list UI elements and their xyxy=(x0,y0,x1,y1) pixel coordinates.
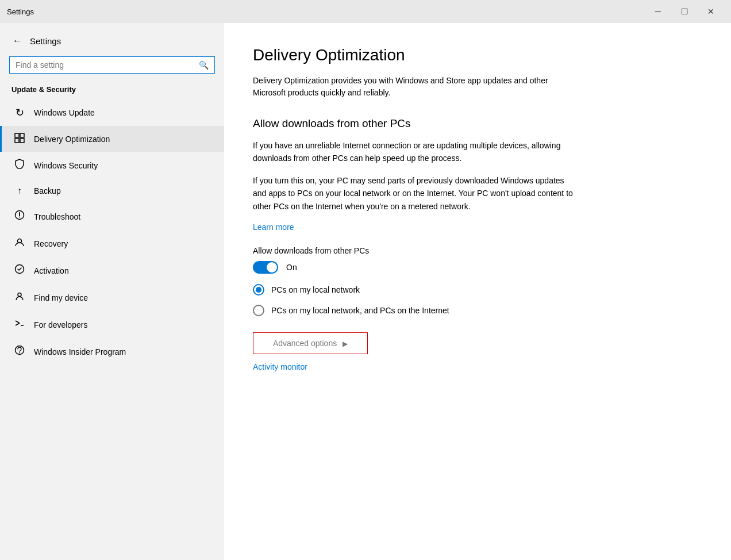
page-title: Delivery Optimization xyxy=(253,46,702,64)
close-button[interactable]: ✕ xyxy=(698,0,724,23)
sidebar-item-label: Backup xyxy=(34,186,61,195)
sidebar-item-windows-security[interactable]: Windows Security xyxy=(0,152,224,179)
activity-monitor-link[interactable]: Activity monitor xyxy=(253,362,702,371)
allow-downloads-toggle[interactable] xyxy=(253,261,278,274)
titlebar-title: Settings xyxy=(7,7,34,16)
maximize-button[interactable]: ☐ xyxy=(671,0,698,23)
sidebar-item-label: Delivery Optimization xyxy=(34,135,110,144)
windows-insider-icon xyxy=(13,345,26,358)
svg-point-6 xyxy=(19,217,20,218)
activation-icon xyxy=(13,264,26,277)
find-my-device-icon xyxy=(13,291,26,304)
toggle-knob xyxy=(267,262,277,273)
svg-line-11 xyxy=(16,323,20,325)
sidebar-item-label: Windows Security xyxy=(34,161,98,170)
radio-label-internet: PCs on my local network, and PCs on the … xyxy=(271,306,449,315)
backup-icon: ↑ xyxy=(13,186,26,196)
sidebar-item-label: Find my device xyxy=(34,293,88,302)
sidebar-app-title: Settings xyxy=(30,36,61,46)
troubleshoot-icon xyxy=(13,210,26,223)
sidebar-item-windows-update[interactable]: ↻ Windows Update xyxy=(0,99,224,126)
paragraph2: If you turn this on, your PC may send pa… xyxy=(253,174,575,213)
learn-more-link[interactable]: Learn more xyxy=(253,223,294,232)
sidebar-top: ← Settings xyxy=(0,23,224,56)
toggle-label: On xyxy=(286,263,297,272)
svg-point-9 xyxy=(18,293,21,297)
app-body: ← Settings 🔍 Update & Security ↻ Windows… xyxy=(0,23,731,560)
allow-downloads-label: Allow downloads from other PCs xyxy=(253,246,702,255)
radio-circle-internet xyxy=(253,305,264,316)
back-button[interactable]: ← xyxy=(10,33,24,48)
svg-line-10 xyxy=(16,321,20,323)
sidebar-item-delivery-optimization[interactable]: Delivery Optimization xyxy=(0,126,224,152)
sidebar-item-label: Activation xyxy=(34,266,69,275)
section-title: Allow downloads from other PCs xyxy=(253,117,702,130)
advanced-options-label: Advanced options xyxy=(273,339,337,348)
svg-rect-3 xyxy=(20,139,24,143)
cursor-icon: ▶ xyxy=(343,340,348,348)
radio-local-network[interactable]: PCs on my local network xyxy=(253,284,702,296)
sidebar-item-label: For developers xyxy=(34,320,87,329)
svg-rect-0 xyxy=(15,133,19,137)
toggle-row: On xyxy=(253,261,702,274)
minimize-button[interactable]: ─ xyxy=(645,0,671,23)
svg-point-14 xyxy=(19,352,20,354)
sidebar-item-find-my-device[interactable]: Find my device xyxy=(0,284,224,311)
page-description: Delivery Optimization provides you with … xyxy=(253,75,575,99)
sidebar-item-for-developers[interactable]: For developers xyxy=(0,311,224,338)
radio-local-and-internet[interactable]: PCs on my local network, and PCs on the … xyxy=(253,305,702,316)
sidebar-section-title: Update & Security xyxy=(0,83,224,99)
titlebar: Settings ─ ☐ ✕ xyxy=(0,0,731,23)
delivery-optimization-icon xyxy=(13,133,26,145)
sidebar: ← Settings 🔍 Update & Security ↻ Windows… xyxy=(0,23,224,560)
advanced-options-button[interactable]: Advanced options ▶ xyxy=(253,332,368,354)
paragraph1: If you have an unreliable Internet conne… xyxy=(253,139,575,165)
windows-security-icon xyxy=(13,159,26,172)
search-icon: 🔍 xyxy=(199,60,209,70)
sidebar-item-backup[interactable]: ↑ Backup xyxy=(0,179,224,203)
radio-circle-local xyxy=(253,284,264,296)
sidebar-item-label: Recovery xyxy=(34,239,68,248)
sidebar-item-troubleshoot[interactable]: Troubleshoot xyxy=(0,203,224,230)
titlebar-controls: ─ ☐ ✕ xyxy=(645,0,724,23)
for-developers-icon xyxy=(13,318,26,331)
content-area: Delivery Optimization Delivery Optimizat… xyxy=(224,23,731,560)
windows-update-icon: ↻ xyxy=(13,106,26,119)
sidebar-item-label: Windows Insider Program xyxy=(34,347,126,356)
titlebar-left: Settings xyxy=(7,7,34,16)
sidebar-item-activation[interactable]: Activation xyxy=(0,257,224,284)
search-box[interactable]: 🔍 xyxy=(9,56,215,74)
sidebar-item-label: Troubleshoot xyxy=(34,212,80,221)
sidebar-item-windows-insider[interactable]: Windows Insider Program xyxy=(0,338,224,365)
radio-label-local: PCs on my local network xyxy=(271,285,360,294)
sidebar-item-recovery[interactable]: Recovery xyxy=(0,230,224,257)
recovery-icon xyxy=(13,237,26,250)
sidebar-item-label: Windows Update xyxy=(34,108,95,117)
svg-rect-1 xyxy=(20,133,24,137)
search-input[interactable] xyxy=(16,60,199,70)
svg-rect-2 xyxy=(15,139,19,143)
